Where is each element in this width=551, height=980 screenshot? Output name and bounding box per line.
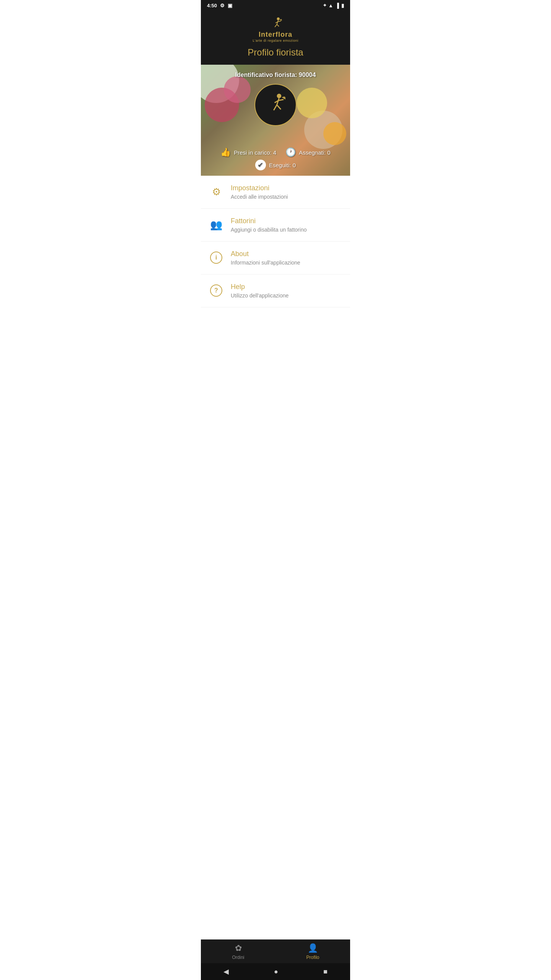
info-icon: i <box>210 252 222 264</box>
stat-presi: 👍 Presi in carico: 4 <box>220 147 276 157</box>
thumb-icon: 👍 <box>220 147 231 157</box>
svg-point-0 <box>277 18 280 20</box>
checkmark-icon: ✔ <box>255 160 266 170</box>
status-bar: 4:50 ⚙ ▣ ⌖ ▲ ▐ ▮ <box>201 0 350 11</box>
fiorist-id: Identificativo fiorista: 90004 <box>201 72 350 78</box>
about-subtitle: Informazioni sull'applicazione <box>231 260 342 266</box>
svg-line-2 <box>275 24 277 27</box>
hero-section: Identificativo fiorista: 90004 👍 Presi i… <box>201 65 350 176</box>
fattorini-subtitle: Aggiungi o disabilita un fattorino <box>231 227 342 233</box>
assegnati-label: Assegnati: 0 <box>299 149 331 156</box>
svg-line-3 <box>277 24 279 26</box>
help-icon: ? <box>210 284 222 297</box>
settings-icon: ⚙ <box>220 3 225 8</box>
clock-icon: 🕐 <box>285 147 296 157</box>
profile-avatar <box>254 84 297 126</box>
about-text: About Informazioni sull'applicazione <box>231 250 342 266</box>
help-title: Help <box>231 283 342 291</box>
gear-icon: ⚙ <box>212 186 221 198</box>
logo-tagline: L'arte di regalare emozioni <box>253 39 298 42</box>
svg-line-8 <box>274 105 277 110</box>
stats-row: 👍 Presi in carico: 4 🕐 Assegnati: 0 <box>201 147 350 157</box>
stat-assegnati: 🕐 Assegnati: 0 <box>285 147 331 157</box>
presi-label: Presi in carico: 4 <box>234 149 276 156</box>
flower-decoration-3 <box>224 76 251 103</box>
flower-decoration-5 <box>297 88 327 118</box>
svg-line-11 <box>279 100 284 100</box>
impostazioni-text: Impostazioni Accedi alle impostazioni <box>231 184 342 200</box>
impostazioni-subtitle: Accedi alle impostazioni <box>231 194 342 200</box>
help-subtitle: Utilizzo dell'applicazione <box>231 292 342 299</box>
location-icon: ⌖ <box>323 2 326 8</box>
svg-line-5 <box>278 21 281 22</box>
logo-area: Interflora L'arte di regalare emozioni <box>253 16 298 42</box>
flower-decoration-6 <box>323 122 346 145</box>
avatar-logo <box>262 91 289 118</box>
menu-list: ⚙ Impostazioni Accedi alle impostazioni … <box>201 176 350 307</box>
svg-line-9 <box>277 105 281 109</box>
help-text: Help Utilizzo dell'applicazione <box>231 283 342 299</box>
menu-item-impostazioni[interactable]: ⚙ Impostazioni Accedi alle impostazioni <box>201 176 350 209</box>
people-icon: 👥 <box>210 219 222 231</box>
page-title: Profilo fiorista <box>248 47 303 58</box>
menu-item-help[interactable]: ? Help Utilizzo dell'applicazione <box>201 274 350 307</box>
impostazioni-icon-wrap: ⚙ <box>209 184 224 199</box>
wifi-icon: ▲ <box>328 3 333 8</box>
logo-text: Interflora <box>259 31 292 39</box>
fattorini-title: Fattorini <box>231 217 342 225</box>
impostazioni-title: Impostazioni <box>231 184 342 192</box>
fattorini-icon-wrap: 👥 <box>209 217 224 232</box>
menu-item-about[interactable]: i About Informazioni sull'applicazione <box>201 242 350 274</box>
menu-item-fattorini[interactable]: 👥 Fattorini Aggiungi o disabilita un fat… <box>201 209 350 242</box>
interflora-logo-icon <box>265 16 286 30</box>
signal-icon: ▐ <box>336 3 339 8</box>
stat-eseguiti: ✔ Eseguiti: 0 <box>201 160 350 170</box>
eseguiti-label: Eseguiti: 0 <box>269 162 296 168</box>
sim-icon: ▣ <box>228 3 232 8</box>
help-icon-wrap: ? <box>209 283 224 298</box>
status-left: 4:50 ⚙ ▣ <box>207 3 232 8</box>
status-right: ⌖ ▲ ▐ ▮ <box>323 2 344 8</box>
fattorini-text: Fattorini Aggiungi o disabilita un fatto… <box>231 217 342 233</box>
about-title: About <box>231 250 342 258</box>
status-time: 4:50 <box>207 3 217 8</box>
battery-icon: ▮ <box>341 3 344 8</box>
about-icon-wrap: i <box>209 250 224 265</box>
svg-point-6 <box>277 94 282 98</box>
app-header: Interflora L'arte di regalare emozioni P… <box>201 11 350 65</box>
